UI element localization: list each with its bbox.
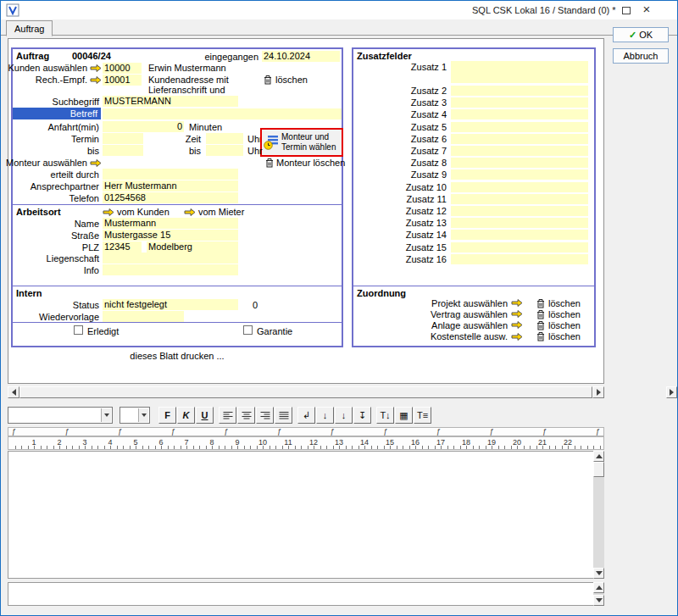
zusatz-field[interactable] — [451, 242, 588, 253]
invoice-number-field[interactable]: 10001 — [103, 75, 142, 86]
align-left-button[interactable] — [219, 407, 236, 424]
notes-vertical-scrollbar[interactable] — [593, 582, 604, 606]
trash-icon[interactable] — [265, 158, 274, 168]
assignment-select-arrow-icon[interactable] — [511, 332, 523, 341]
ruler-tabmark-strip[interactable]: ƒƒƒƒƒƒƒƒƒƒƒƒ — [8, 427, 604, 436]
assignment-delete-label[interactable]: löschen — [548, 309, 581, 319]
invoice-delete-label[interactable]: löschen — [275, 75, 308, 86]
align-justify-button[interactable] — [275, 407, 292, 424]
editor-text-tool-button[interactable]: T≡ — [414, 407, 431, 424]
from-customer-arrow-icon[interactable] — [103, 208, 114, 217]
subject-label-selected[interactable]: Betreff — [13, 108, 101, 119]
assignment-delete-label[interactable]: löschen — [548, 298, 581, 308]
from-tenant-label[interactable]: vom Mieter — [198, 207, 244, 218]
bis-field-1[interactable] — [103, 145, 143, 156]
scroll-down-button[interactable] — [593, 568, 604, 579]
received-date-field[interactable]: 24.10.2024 — [262, 51, 340, 62]
editor-arrow-button[interactable]: ↓ — [335, 407, 353, 424]
zusatz-field[interactable] — [451, 134, 588, 144]
trash-icon[interactable] — [264, 75, 272, 85]
dropdown-arrow-icon[interactable] — [101, 408, 111, 422]
trash-icon[interactable] — [536, 320, 545, 330]
worksite-street-field[interactable]: Mustergasse 15 — [103, 230, 238, 241]
horizontal-scrollbar-thumb[interactable] — [19, 386, 592, 398]
warranty-checkbox[interactable] — [243, 325, 253, 335]
assignment-delete-label[interactable]: löschen — [548, 331, 581, 341]
ok-button[interactable]: ✓ OK — [613, 27, 669, 42]
scroll-up-button[interactable] — [593, 582, 604, 593]
zusatz-field[interactable] — [451, 61, 588, 83]
zusatz-field[interactable] — [451, 97, 588, 108]
dropdown-arrow-icon[interactable] — [138, 408, 148, 422]
monteur-termin-button[interactable]: Monteur und Termin wählen — [260, 128, 343, 157]
assignment-select-arrow-icon[interactable] — [511, 309, 523, 319]
worksite-property-field[interactable] — [103, 253, 238, 264]
zusatz-field[interactable] — [451, 122, 588, 132]
abbruch-button[interactable]: Abbruch — [613, 48, 669, 64]
zusatz-field[interactable] — [451, 146, 588, 156]
maximize-button[interactable] — [618, 3, 635, 18]
vertical-scrollbar-thumb[interactable] — [593, 462, 604, 477]
trash-icon[interactable] — [536, 331, 545, 341]
from-customer-label[interactable]: vom Kunden — [117, 207, 170, 218]
titlebar[interactable]: SQL CSK Lokal 16 / Standard (0) * × — [1, 1, 677, 19]
customer-number-field[interactable]: 10000 — [103, 63, 142, 74]
zusatz-field[interactable] — [451, 230, 588, 240]
phone-field[interactable]: 01254568 — [103, 192, 238, 203]
zusatz-field[interactable] — [451, 169, 588, 180]
scroll-left-button[interactable] — [8, 386, 19, 398]
invoice-select-arrow-icon[interactable] — [90, 75, 102, 85]
assignment-delete-label[interactable]: löschen — [548, 320, 581, 330]
zusatz-field[interactable] — [451, 109, 588, 119]
termin-field[interactable] — [103, 133, 143, 144]
editor-arrow-button[interactable]: ↲ — [297, 407, 315, 424]
status-field[interactable]: nicht festgelegt — [103, 299, 238, 310]
close-button[interactable]: × — [638, 1, 655, 18]
tab-auftrag[interactable]: Auftrag — [6, 20, 53, 36]
trash-icon[interactable] — [536, 309, 545, 319]
issued-by-field[interactable] — [103, 169, 238, 180]
zusatz-field[interactable] — [451, 182, 588, 192]
editor-text-area[interactable] — [8, 451, 593, 579]
font-size-select[interactable] — [119, 407, 150, 424]
assignment-select-arrow-icon[interactable] — [511, 320, 523, 330]
worksite-info-field[interactable] — [103, 264, 238, 275]
italic-button[interactable]: K — [177, 407, 195, 424]
scroll-right-button[interactable] — [592, 386, 604, 398]
zusatz-field[interactable] — [451, 194, 588, 204]
search-field[interactable]: MUSTERMANN — [103, 96, 238, 107]
notes-text-area[interactable] — [8, 582, 593, 606]
scroll-up-button[interactable] — [593, 451, 604, 462]
font-family-select[interactable] — [8, 407, 113, 424]
scroll-right-outer-button[interactable] — [666, 386, 677, 398]
travel-field[interactable]: 0 — [103, 121, 184, 132]
bis-field-2[interactable] — [206, 145, 243, 156]
worksite-name-field[interactable]: Mustermann — [103, 218, 238, 229]
zusatz-field[interactable] — [451, 86, 588, 96]
editor-arrow-button[interactable]: ↓ — [316, 407, 334, 424]
from-tenant-arrow-icon[interactable] — [184, 208, 196, 217]
contact-field[interactable]: Herr Mustermann — [103, 180, 238, 191]
zeit-field[interactable] — [206, 133, 243, 144]
zusatz-field[interactable] — [451, 158, 588, 168]
followup-field[interactable] — [103, 311, 184, 322]
monteur-delete-label[interactable]: Monteur löschen — [276, 158, 345, 169]
editor-text-tool-button[interactable]: T↓ — [376, 407, 394, 424]
bold-button[interactable]: F — [158, 407, 176, 424]
monteur-select-arrow-icon[interactable] — [90, 158, 102, 168]
zusatz-field[interactable] — [451, 254, 588, 264]
scroll-down-button[interactable] — [593, 595, 604, 606]
underline-button[interactable]: U — [196, 407, 214, 424]
horizontal-scrollbar[interactable] — [8, 386, 604, 398]
align-center-button[interactable] — [237, 407, 255, 424]
scrollbar-track[interactable] — [593, 462, 604, 568]
print-sheet-link[interactable]: dieses Blatt drucken ... — [11, 351, 343, 361]
align-right-button[interactable] — [256, 407, 274, 424]
done-checkbox[interactable] — [74, 325, 83, 335]
editor-vertical-scrollbar[interactable] — [593, 451, 604, 579]
trash-icon[interactable] — [536, 298, 545, 308]
customer-select-arrow-icon[interactable] — [90, 64, 102, 73]
editor-arrow-button[interactable]: ↧ — [353, 407, 371, 424]
subject-field[interactable] — [103, 108, 342, 119]
zusatz-field[interactable] — [451, 206, 588, 216]
